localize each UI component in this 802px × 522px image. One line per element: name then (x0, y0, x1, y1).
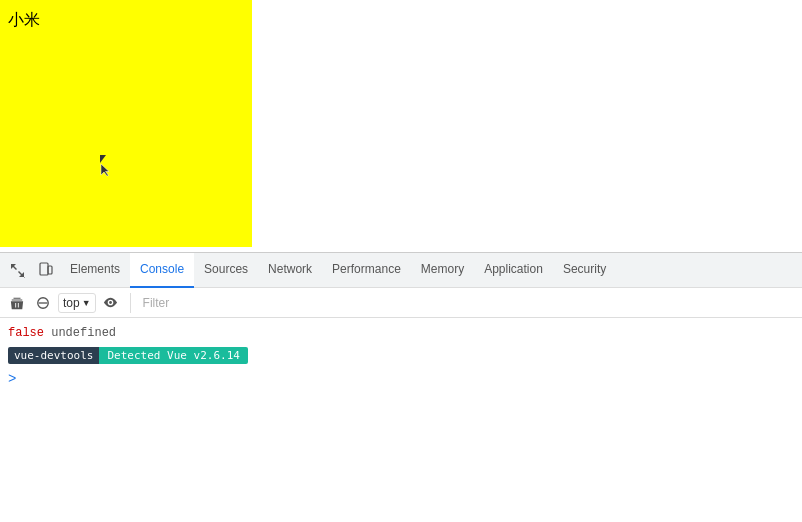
devtools-panel: Elements Console Sources Network Perform… (0, 252, 802, 522)
tab-sources[interactable]: Sources (194, 253, 258, 288)
svg-rect-1 (48, 266, 52, 274)
console-false-value: false (8, 324, 44, 342)
browser-content: 小米 (0, 0, 802, 252)
chinese-label: 小米 (8, 10, 40, 31)
tab-security[interactable]: Security (553, 253, 616, 288)
inspect-element-icon[interactable] (4, 256, 32, 284)
tab-elements[interactable]: Elements (60, 253, 130, 288)
clear-console-button[interactable] (6, 292, 28, 314)
tab-console[interactable]: Console (130, 253, 194, 288)
context-selector-label: top (63, 296, 80, 310)
tab-memory[interactable]: Memory (411, 253, 474, 288)
live-expressions-button[interactable] (100, 292, 122, 314)
toolbar-divider (130, 293, 131, 313)
vue-detected-badge: Detected Vue v2.6.14 (99, 347, 247, 364)
console-line-false: false undefined (8, 322, 794, 344)
tab-performance[interactable]: Performance (322, 253, 411, 288)
svg-point-4 (109, 301, 112, 304)
yellow-box: 小米 (0, 0, 252, 247)
vue-devtools-badge-row: vue-devtools Detected Vue v2.6.14 (8, 344, 794, 367)
console-output: false undefined vue-devtools Detected Vu… (0, 318, 802, 522)
context-selector[interactable]: top ▼ (58, 293, 96, 313)
console-filter-input[interactable] (139, 294, 796, 312)
console-toolbar: top ▼ (0, 288, 802, 318)
devtools-tabs-row: Elements Console Sources Network Perform… (0, 253, 802, 288)
tab-network[interactable]: Network (258, 253, 322, 288)
console-prompt[interactable]: > (8, 367, 794, 391)
prompt-caret: > (8, 371, 16, 387)
tab-application[interactable]: Application (474, 253, 553, 288)
console-undefined-value: undefined (51, 324, 116, 342)
device-toolbar-icon[interactable] (32, 256, 60, 284)
context-selector-arrow: ▼ (82, 298, 91, 308)
svg-rect-0 (40, 263, 48, 275)
vue-devtools-badge: vue-devtools (8, 347, 99, 364)
block-button[interactable] (32, 292, 54, 314)
